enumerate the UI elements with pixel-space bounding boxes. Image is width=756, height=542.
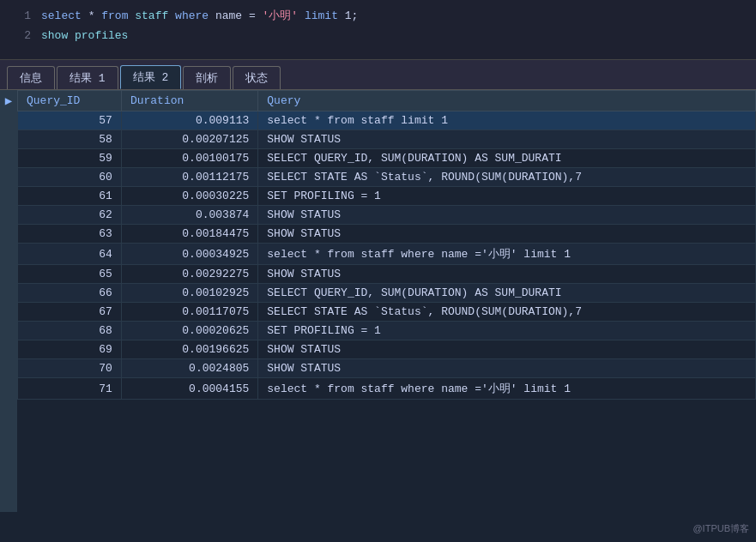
cell-query: SELECT QUERY_ID, SUM(DURATION) AS SUM_DU… — [258, 149, 756, 168]
cell-query-id: 63 — [18, 225, 122, 244]
cell-duration: 0.00030225 — [121, 187, 257, 206]
cell-duration: 0.009113 — [121, 111, 257, 130]
tabs-bar: 信息 结果 1 结果 2 剖析 状态 — [0, 60, 756, 90]
cell-query: select * from staff limit 1 — [258, 111, 756, 130]
watermark: @ITPUB博客 — [692, 522, 749, 535]
table-row[interactable]: 640.00034925select * from staff where na… — [18, 244, 756, 265]
table-row[interactable]: 680.00020625SET PROFILING = 1 — [18, 322, 756, 340]
cell-duration: 0.00207125 — [121, 130, 257, 149]
cell-query-id: 71 — [18, 378, 122, 400]
sql-star: * — [88, 9, 102, 22]
table-row[interactable]: 630.00184475SHOW STATUS — [18, 225, 756, 244]
tab-status[interactable]: 状态 — [233, 66, 281, 89]
tab-result2[interactable]: 结果 2 — [120, 65, 182, 89]
table-row[interactable]: 710.0004155select * from staff where nam… — [18, 378, 756, 400]
sql-content-1: select * from staff where name = '小明' li… — [41, 8, 358, 26]
cell-query: SELECT QUERY_ID, SUM(DURATION) AS SUM_DU… — [258, 284, 756, 303]
table-row[interactable]: 660.00102925SELECT QUERY_ID, SUM(DURATIO… — [18, 284, 756, 303]
main-content: ▶ Query_ID Duration Query 570.009113sele… — [0, 90, 756, 512]
cell-query: SELECT STATE AS `Status`, ROUND(SUM(DURA… — [258, 168, 756, 187]
line-number-1: 1 — [7, 8, 31, 26]
results-table: Query_ID Duration Query 570.009113select… — [17, 90, 756, 400]
cell-query-id: 68 — [18, 322, 122, 340]
tab-result1[interactable]: 结果 1 — [57, 66, 118, 89]
cell-duration: 0.00034925 — [121, 244, 257, 265]
table-header-row: Query_ID Duration Query — [18, 91, 756, 111]
kw-select: select — [41, 9, 82, 22]
cell-query-id: 70 — [18, 359, 122, 378]
cell-query: SHOW STATUS — [258, 359, 756, 378]
col-header-queryid: Query_ID — [18, 91, 122, 111]
cell-duration: 0.00117075 — [121, 303, 257, 322]
cell-query-id: 62 — [18, 206, 122, 225]
cell-query: SHOW STATUS — [258, 206, 756, 225]
cell-duration: 0.0024805 — [121, 359, 257, 378]
table-row[interactable]: 570.009113select * from staff limit 1 — [18, 111, 756, 130]
cell-query: select * from staff where name ='小明' lim… — [258, 244, 756, 265]
cell-duration: 0.003874 — [121, 206, 257, 225]
cell-query-id: 60 — [18, 168, 122, 187]
cell-query-id: 61 — [18, 187, 122, 206]
cell-query: SHOW STATUS — [258, 130, 756, 149]
kw-from: from — [101, 9, 128, 22]
cell-query: SHOW STATUS — [258, 340, 756, 359]
table-body: 570.009113select * from staff limit 1580… — [18, 111, 756, 400]
cell-query-id: 69 — [18, 340, 122, 359]
cell-query-id: 59 — [18, 149, 122, 168]
table-row[interactable]: 690.00196625SHOW STATUS — [18, 340, 756, 359]
cell-duration: 0.00112175 — [121, 168, 257, 187]
table-row[interactable]: 700.0024805SHOW STATUS — [18, 359, 756, 378]
sql-line-1: 1 select * from staff where name = '小明' … — [0, 7, 756, 27]
table-row[interactable]: 600.00112175SELECT STATE AS `Status`, RO… — [18, 168, 756, 187]
main-window: 1 select * from staff where name = '小明' … — [0, 0, 756, 542]
col-header-query: Query — [258, 91, 756, 111]
kw-limit: limit — [305, 9, 338, 22]
cell-duration: 0.00102925 — [121, 284, 257, 303]
tab-profile[interactable]: 剖析 — [183, 66, 231, 89]
col-header-duration: Duration — [121, 91, 257, 111]
row-gutter: ▶ — [0, 90, 17, 512]
cell-duration: 0.00100175 — [121, 149, 257, 168]
table-row[interactable]: 590.00100175SELECT QUERY_ID, SUM(DURATIO… — [18, 149, 756, 168]
cell-query-id: 58 — [18, 130, 122, 149]
cell-duration: 0.00184475 — [121, 225, 257, 244]
sql-table: staff — [135, 9, 175, 22]
sql-string-val: '小明' — [263, 9, 299, 22]
tab-info[interactable]: 信息 — [7, 66, 55, 89]
results-table-wrapper[interactable]: Query_ID Duration Query 570.009113select… — [17, 90, 756, 512]
cell-query-id: 64 — [18, 244, 122, 265]
cell-query-id: 65 — [18, 265, 122, 284]
line-number-2: 2 — [7, 27, 31, 45]
sql-line-2: 2 show profiles — [0, 27, 756, 46]
sql-limit-val: 1; — [345, 9, 359, 22]
table-row[interactable]: 650.00292275SHOW STATUS — [18, 265, 756, 284]
cell-duration: 0.00196625 — [121, 340, 257, 359]
cell-duration: 0.00020625 — [121, 322, 257, 340]
cell-query: SHOW STATUS — [258, 225, 756, 244]
cell-query: SELECT STATE AS `Status`, ROUND(SUM(DURA… — [258, 303, 756, 322]
cell-query: select * from staff where name ='小明' lim… — [258, 378, 756, 400]
cell-query: SHOW STATUS — [258, 265, 756, 284]
cell-query-id: 57 — [18, 111, 122, 130]
table-row[interactable]: 620.003874SHOW STATUS — [18, 206, 756, 225]
cell-query-id: 66 — [18, 284, 122, 303]
sql-content-2: show profiles — [41, 27, 128, 45]
table-row[interactable]: 670.00117075SELECT STATE AS `Status`, RO… — [18, 303, 756, 322]
table-row[interactable]: 610.00030225SET PROFILING = 1 — [18, 187, 756, 206]
table-row[interactable]: 580.00207125SHOW STATUS — [18, 130, 756, 149]
cell-query: SET PROFILING = 1 — [258, 187, 756, 206]
cell-duration: 0.0004155 — [121, 378, 257, 400]
sql-editor[interactable]: 1 select * from staff where name = '小明' … — [0, 0, 756, 60]
row-arrow-icon: ▶ — [5, 93, 12, 108]
cell-duration: 0.00292275 — [121, 265, 257, 284]
kw-where: where — [175, 9, 209, 22]
cell-query: SET PROFILING = 1 — [258, 322, 756, 340]
cell-query-id: 67 — [18, 303, 122, 322]
sql-col: name = — [215, 9, 256, 22]
